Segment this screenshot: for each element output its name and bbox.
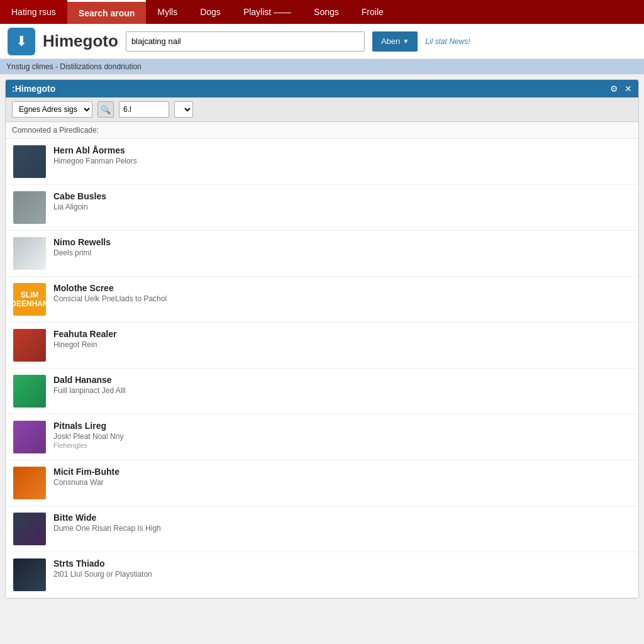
panel-toolbar: Egnes Adres sigs 🔍 [6,97,638,122]
result-thumbnail [13,191,46,224]
nav-item-hating[interactable]: Hating rsus [0,0,67,24]
result-title: Hern Abl Åormes [53,145,631,155]
result-subtitle: Himegoo Fanman Pelors [53,157,631,165]
result-title: Pitnals Lireg [53,421,631,431]
nav-item-search[interactable]: Search aroun [67,0,146,24]
result-info: Nimo RewellsDeels priml [53,237,631,257]
list-item[interactable]: Hern Abl ÅormesHimegoo Fanman Pelors [6,139,638,185]
nav-item-dogs[interactable]: Dogs [189,0,232,24]
result-subtitle: Fuill lanpinact Jed Alll [53,386,631,395]
list-item[interactable]: Cabe BuslesLia Aligoin [6,185,638,231]
close-icon[interactable]: ✕ [625,84,632,94]
nav-item-mylls[interactable]: Mylls [146,0,189,24]
result-thumbnail [13,467,46,499]
list-item[interactable]: Bitte WideDume One Risan Recap Is High [6,506,638,552]
toolbar-search-button[interactable]: 🔍 [97,101,114,118]
nav-item-songs[interactable]: Songs [303,0,350,24]
panel-filter-label: Comnонted a Piredlicade: [6,122,638,139]
result-title: Micit Fim-Buhte [53,467,631,477]
result-info: Molothe ScreeConscial Uelk PrιeLlads to … [53,283,631,303]
header: ⬇ Himegoto Aben ▼ Lil stat News! [0,24,644,59]
subtitle-text: Ynstug climes - Distilizations dondriuti… [6,62,142,71]
list-item[interactable]: Nimo RewellsDeels priml [6,231,638,277]
result-subtitle: Hinegot Rein [53,340,631,349]
result-info: Dald HananseFuill lanpinact Jed Alll [53,375,631,395]
nav-item-froile[interactable]: Froile [350,0,395,24]
result-thumbnail: SLIM DEENHAN [13,283,46,316]
settings-icon[interactable]: ⚙ [610,84,618,94]
search-button[interactable]: Aben ▼ [372,31,418,52]
result-title: Nimo Rewells [53,237,631,247]
list-item[interactable]: Dald HananseFuill lanpinact Jed Alll [6,369,638,414]
top-nav: Hating rsusSearch arounMyllsDogsPlaylist… [0,0,644,24]
filter-select[interactable]: Egnes Adres sigs [12,101,92,118]
result-thumbnail [13,375,46,408]
list-item[interactable]: Pitnals LiregJosk! Pleat Noal NnyFleheng… [6,414,638,460]
result-subtitle: Dume One Risan Recap Is High [53,524,631,533]
result-subtitle: Conscial Uelk PrιeLlads to Pachol [53,294,631,303]
main-search-input[interactable] [126,31,365,52]
list-item[interactable]: Feahuta RealerHinegot Rein [6,323,638,369]
result-subtitle: Consnuna War [53,478,631,487]
result-subtitle: 2t01 Llul Sourg or Playstiaton [53,570,631,579]
nav-item-playlist[interactable]: Playlist —— [232,0,303,24]
result-info: Pitnals LiregJosk! Pleat Noal NnyFleheng… [53,421,631,449]
result-info: Strts Thiado2t01 Llul Sourg or Playstiat… [53,558,631,579]
chevron-down-icon: ▼ [402,38,409,45]
main-panel: :Himegoto ⚙ ✕ Egnes Adres sigs 🔍 Comnонt… [5,79,639,599]
logo-icon: ⬇ [8,28,35,55]
toolbar-extra-select[interactable] [174,101,193,118]
result-thumbnail [13,421,46,453]
result-subtitle2: Flehengles [53,441,631,449]
result-thumbnail [13,513,46,545]
result-info: Bitte WideDume One Risan Recap Is High [53,513,631,533]
result-subtitle: Lia Aligoin [53,203,631,211]
result-subtitle: Josk! Pleat Noal Nny [53,432,631,441]
panel-header: :Himegoto ⚙ ✕ [6,80,638,97]
list-item[interactable]: Strts Thiado2t01 Llul Sourg or Playstiat… [6,552,638,598]
news-text: Lil stat News! [425,37,470,46]
list-item[interactable]: SLIM DEENHANMolothe ScreeConscial Uelk P… [6,277,638,323]
result-thumbnail [13,329,46,362]
panel-title: :Himegoto [12,84,55,94]
result-thumbnail [13,558,46,591]
panel-header-icons: ⚙ ✕ [610,84,632,94]
result-title: Feahuta Realer [53,329,631,339]
result-title: Dald Hananse [53,375,631,385]
toolbar-search-input[interactable] [119,101,169,118]
result-info: Hern Abl ÅormesHimegoo Fanman Pelors [53,145,631,165]
result-title: Cabe Busles [53,191,631,201]
result-title: Molothe Scree [53,283,631,293]
list-item[interactable]: Micit Fim-BuhteConsnuna War [6,460,638,506]
subtitle-bar: Ynstug climes - Distilizations dondriuti… [0,59,644,74]
search-btn-label: Aben [381,36,400,46]
result-info: Feahuta RealerHinegot Rein [53,329,631,349]
logo-text: Himegoto [43,31,118,51]
result-subtitle: Deels priml [53,248,631,257]
result-info: Cabe BuslesLia Aligoin [53,191,631,211]
result-thumbnail [13,145,46,178]
result-info: Micit Fim-BuhteConsnuna War [53,467,631,487]
result-thumbnail [13,237,46,270]
results-list: Hern Abl ÅormesHimegoo Fanman PelorsCabe… [6,139,638,598]
result-title: Strts Thiado [53,558,631,569]
result-title: Bitte Wide [53,513,631,523]
